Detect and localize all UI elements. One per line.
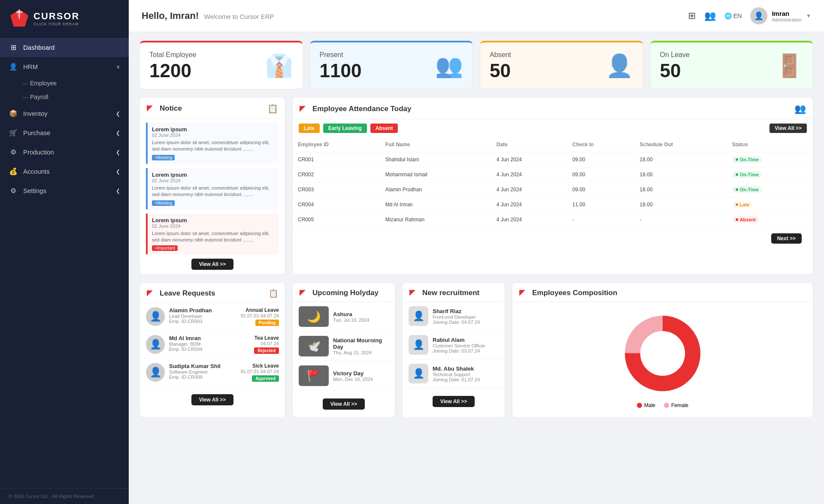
purchase-icon: 🛒 [9, 129, 18, 137]
users-icon[interactable]: 👥 [704, 10, 716, 21]
status-dot [736, 218, 738, 221]
status-badge: On-Time [732, 156, 762, 163]
recruitment-view-all-button[interactable]: View All >> [433, 396, 475, 407]
recruit-avatar: 👤 [409, 335, 428, 355]
attendance-people-icon: 👥 [794, 103, 806, 115]
leave-requests-card: Leave Requests 📋 👤 Alamin Prodhan Lead D… [139, 282, 285, 418]
leave-name: Md Al Imran [169, 335, 250, 341]
status-badge: On-Time [732, 186, 762, 193]
red-corner-icon [147, 106, 153, 112]
sidebar-item-purchase[interactable]: 🛒 Purchase ❮ [0, 123, 129, 142]
cell-emp-id: CR003 [293, 182, 380, 197]
grid-icon[interactable]: ⊞ [688, 10, 696, 21]
cell-scheduleout: 18.00 [635, 197, 727, 212]
col-full-name: Full Name [380, 137, 491, 152]
col-check-in: Check In [567, 137, 635, 152]
language-button[interactable]: 🌐 EN [724, 12, 742, 19]
sidebar-item-production[interactable]: ⚙ Production ❮ [0, 142, 129, 162]
sidebar-subitem-payroll[interactable]: Payroll [0, 90, 129, 104]
notice-item-text: Lorem ipsum dolor sit amet, consectetuer… [152, 230, 275, 244]
cell-status: On-Time [727, 182, 813, 197]
cell-checkin: - [567, 212, 635, 227]
inventoy-icon: 📦 [9, 109, 18, 118]
notice-item: Lorem ipsum 02 June 2024 Lorem ipsum dol… [146, 123, 279, 164]
leave-item: 👤 Sudipta Kumar Shil Software Engineer E… [140, 359, 285, 386]
notice-item-date: 02 June 2024 [152, 133, 275, 138]
holiday-image: 🚩 [299, 365, 329, 386]
onleave-icon: 🚪 [776, 53, 803, 79]
cell-status: Late [727, 197, 813, 212]
recruit-item: 👤 Sharif Riaz Front-end Developer Joinin… [403, 302, 505, 331]
cell-name: Shahidul Islam [380, 152, 491, 167]
leave-role: Lead Developer [169, 314, 236, 319]
user-role: Administration [772, 17, 802, 22]
composition-card-header: Employees Composition [512, 283, 813, 302]
sidebar-item-inventoy[interactable]: 📦 Inventoy ❮ [0, 104, 129, 123]
app-name: CURSOR [33, 11, 79, 22]
donut-chart-container: Male Female [512, 302, 813, 417]
next-page-button[interactable]: Next >> [771, 233, 802, 244]
lang-text: EN [733, 12, 742, 19]
holiday-name: National Mourning Day [333, 337, 389, 350]
notice-attendance-row: Notice 📋 Lorem ipsum 02 June 2024 Lorem … [139, 97, 813, 275]
holiday-view-all-button[interactable]: View All >> [323, 398, 365, 410]
leave-type: Tea Leave [254, 335, 279, 341]
cell-date: 4 Jun 2024 [491, 197, 567, 212]
leave-view-all-button[interactable]: View All >> [191, 394, 234, 405]
header-subtitle: Welcome to Cursor ERP [204, 13, 274, 20]
filter-view-all-button[interactable]: View All >> [769, 124, 807, 133]
sidebar-item-label: Settings [23, 187, 46, 194]
holiday-name: Ashura [333, 311, 370, 317]
recruit-name: Rabiul Alam [433, 337, 485, 343]
leave-doc-icon: 📋 [269, 289, 278, 298]
female-label: Female [671, 402, 688, 408]
cell-name: Alamin Prodhan [380, 182, 491, 197]
sidebar-item-hrm[interactable]: 👤 HRM ∨ [0, 57, 129, 76]
recruit-info: Sharif Riaz Front-end Developer Joining … [433, 308, 480, 325]
hrm-icon: 👤 [9, 63, 18, 71]
cell-date: 4 Jun 2024 [491, 167, 567, 182]
red-corner-icon [409, 290, 415, 296]
absent-icon: 👤 [606, 53, 633, 79]
male-label: Male [644, 402, 655, 408]
stat-value: 50 [660, 61, 690, 80]
filter-absent-button[interactable]: Absent [370, 124, 398, 133]
sidebar-item-dashboard[interactable]: ⊞ Dashboard [0, 38, 129, 57]
sidebar-item-settings[interactable]: ⚙ Settings ❮ [0, 181, 129, 200]
sidebar: CURSOR CLICK YOUR DREAM ⊞ Dashboard 👤 HR… [0, 0, 129, 504]
leave-info: Sudipta Kumar Shil Software Engineer Emp… [169, 363, 236, 380]
globe-icon: 🌐 [724, 12, 732, 19]
table-row: CR001 Shahidul Islam 4 Jun 2024 09.00 18… [293, 152, 813, 167]
sidebar-item-label: Inventoy [23, 110, 48, 117]
leave-emp-id: Emp. ID-CR009 [169, 374, 236, 380]
chevron-icon: ❮ [116, 149, 120, 155]
user-avatar: 👤 [750, 7, 767, 24]
leave-emp-id: Emp. ID-CR004 [169, 347, 250, 352]
cell-emp-id: CR001 [293, 152, 380, 167]
attendance-card: Employee Attendance Today 👥 Late Early L… [292, 97, 813, 275]
female-dot [664, 403, 669, 408]
greeting-text: Hello, Imran! [142, 10, 199, 21]
attendance-header: Employee Attendance Today 👥 [293, 97, 813, 119]
bottom-row: Leave Requests 📋 👤 Alamin Prodhan Lead D… [139, 282, 813, 418]
user-info: Imran Administration [772, 10, 802, 22]
sidebar-subitem-employee[interactable]: Employee [0, 76, 129, 90]
stat-value: 50 [490, 61, 511, 80]
notice-view-all-button[interactable]: View All >> [191, 259, 234, 270]
cell-emp-id: CR004 [293, 197, 380, 212]
cell-scheduleout: - [635, 212, 727, 227]
chevron-icon: ❮ [116, 169, 120, 175]
settings-icon: ⚙ [9, 187, 18, 195]
sidebar-item-accounts[interactable]: 💰 Accounts ❮ [0, 162, 129, 181]
main-area: Hello, Imran! Welcome to Cursor ERP ⊞ 👥 … [129, 0, 824, 504]
filter-late-button[interactable]: Late [299, 124, 320, 133]
composition-title: Employees Composition [519, 289, 617, 297]
user-profile[interactable]: 👤 Imran Administration ▼ [750, 7, 811, 24]
holiday-card: Upcoming Holyday 🌙 Ashura Tue, Jul 16, 2… [292, 282, 395, 418]
leave-role: Software Engineer [169, 369, 236, 374]
composition-card: Employees Composition Male [512, 282, 813, 418]
sidebar-item-label: Production [23, 148, 54, 156]
filter-early-leaving-button[interactable]: Early Leaving [323, 124, 367, 133]
status-dot [736, 188, 738, 191]
red-corner-icon [147, 290, 153, 296]
